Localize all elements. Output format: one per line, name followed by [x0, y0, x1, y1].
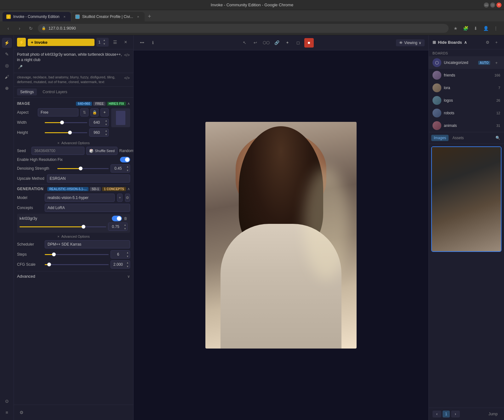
tab-invoke[interactable]: ⚡ Invoke - Community Edition × — [3, 12, 71, 21]
tab-civitai[interactable]: 🌐 Skullkid Creator Profile | Civi... × — [72, 12, 145, 21]
cfg-increment[interactable]: ▲ — [125, 261, 130, 264]
steps-increment[interactable]: ▲ — [125, 251, 130, 254]
extensions-button[interactable]: 🧩 — [461, 24, 470, 33]
queue-close-button[interactable]: × — [121, 38, 130, 47]
concept-strength-slider[interactable] — [20, 226, 106, 227]
queue-decrement[interactable]: ▼ — [102, 42, 107, 46]
positive-prompt-edit[interactable]: </> — [124, 52, 130, 58]
negative-prompt-edit[interactable]: </> — [124, 75, 130, 81]
erase-button[interactable]: ◻ — [294, 38, 303, 48]
reload-button[interactable]: ↻ — [26, 24, 35, 33]
sidebar-item-list[interactable]: ≡ — [2, 407, 12, 417]
free-badge[interactable]: FREE — [93, 102, 106, 106]
board-item-logos[interactable]: logos 26 — [429, 94, 504, 107]
positive-prompt-voice[interactable]: 🎤 — [17, 64, 23, 70]
forward-button[interactable]: › — [15, 24, 24, 33]
tab-settings[interactable]: Settings — [17, 88, 37, 95]
concept-strength-input[interactable] — [108, 223, 123, 230]
model-settings-button[interactable]: ⚙ — [125, 194, 130, 202]
size-badge[interactable]: 640×960 — [76, 102, 92, 106]
tab-assets[interactable]: Assets — [450, 135, 466, 141]
sidebar-item-invoke[interactable]: ⚡ — [2, 38, 12, 48]
shuffle-seed-button[interactable]: 🎲 Shuffle Seed — [86, 147, 117, 155]
board-item-animals[interactable]: animals 31 — [429, 119, 504, 132]
concept-delete-button[interactable]: 🗑 — [124, 216, 128, 221]
board-item-robots[interactable]: robots 12 — [429, 107, 504, 119]
denoising-increment[interactable]: ▲ — [125, 165, 130, 168]
queue-list-button[interactable]: ☰ — [111, 38, 119, 47]
auto-aspect-button[interactable]: ✦ — [100, 108, 109, 116]
width-increment[interactable]: ▲ — [104, 119, 108, 122]
profile-button[interactable]: 👤 — [481, 24, 490, 33]
board-search-button[interactable]: 🔍 — [494, 134, 501, 142]
address-bar[interactable]: 🔒 127.0.0.1:9090 — [38, 24, 449, 33]
swap-dimensions-button[interactable]: ⇅ — [80, 108, 89, 116]
board-prev-button[interactable]: ‹ — [432, 411, 441, 417]
concept-toggle[interactable] — [112, 216, 122, 221]
advanced-chevron[interactable]: ∨ — [127, 274, 130, 279]
nodes-button[interactable]: ⬡⬡ — [261, 38, 271, 48]
settings-gear-button[interactable]: ⚙ — [17, 408, 26, 417]
close-button[interactable]: × — [496, 3, 501, 8]
sidebar-item-circle[interactable]: ◎ — [2, 60, 12, 71]
maximize-button[interactable]: □ — [490, 3, 495, 8]
board-jump-button[interactable]: Jump — [486, 411, 500, 417]
link-button[interactable]: 🔗 — [272, 38, 282, 48]
bookmark-button[interactable]: ★ — [451, 24, 460, 33]
more-options-button[interactable]: ••• — [137, 38, 147, 48]
fill-button[interactable]: ■ — [304, 38, 314, 48]
aspect-select[interactable]: Free — [38, 108, 78, 116]
model-select[interactable]: realistic-vision-5.1-hyper — [45, 194, 115, 202]
hires-badge[interactable]: HIRES FIX — [107, 102, 126, 106]
height-increment[interactable]: ▲ — [104, 129, 108, 133]
sidebar-item-brush[interactable]: 🖌 — [2, 72, 12, 82]
board-item-uncategorized[interactable]: ⬡ Uncategorized AUTO + — [429, 56, 504, 69]
board-item-lora[interactable]: lora 7 — [429, 82, 504, 94]
concept-strength-increment[interactable]: ▲ — [123, 223, 127, 227]
scheduler-select[interactable]: DPM++ SDE Karras Euler a Euler DDIM — [45, 240, 130, 248]
boards-settings-button[interactable]: ⚙ — [484, 38, 491, 46]
minimize-button[interactable]: — — [484, 3, 489, 8]
undo-button[interactable]: ↩ — [251, 38, 260, 48]
board-item-friends[interactable]: friends 166 — [429, 69, 504, 82]
invoke-button[interactable]: + Invoke — [28, 39, 94, 46]
info-button[interactable]: ℹ — [148, 38, 158, 48]
advanced-options-toggle[interactable]: × Advanced Options — [17, 141, 130, 145]
denoising-decrement[interactable]: ▼ — [125, 168, 130, 172]
queue-increment[interactable]: ▲ — [102, 38, 107, 42]
advanced-header[interactable]: Advanced ∨ — [17, 271, 130, 281]
cfg-input[interactable] — [111, 261, 125, 268]
sidebar-item-pin[interactable]: ⊕ — [2, 83, 12, 93]
height-decrement[interactable]: ▼ — [104, 133, 108, 136]
height-slider[interactable] — [45, 132, 87, 133]
sidebar-item-history[interactable]: ⊙ — [2, 396, 12, 406]
model-badge[interactable]: REALISTIC-VISION-5.1-... — [47, 187, 89, 191]
sd-badge[interactable]: SD-1 — [90, 187, 101, 191]
cursor-tool-button[interactable]: ↖ — [240, 38, 249, 48]
cfg-scale-slider[interactable] — [45, 264, 109, 265]
denoising-slider[interactable] — [57, 168, 109, 169]
lock-ratio-button[interactable]: 🔒 — [90, 108, 99, 116]
width-slider[interactable] — [45, 122, 87, 123]
board-add-uncategorized[interactable]: + — [493, 59, 500, 66]
tab-control-layers[interactable]: Control Layers — [39, 88, 70, 95]
sidebar-item-edit[interactable]: ✎ — [2, 49, 12, 59]
cfg-decrement[interactable]: ▼ — [125, 264, 130, 268]
tab-close-invoke[interactable]: × — [62, 14, 67, 19]
download-button[interactable]: ⬇ — [471, 24, 480, 33]
steps-slider[interactable] — [45, 254, 109, 255]
board-image-item-1[interactable] — [431, 146, 501, 252]
new-tab-button[interactable]: + — [145, 12, 154, 21]
board-next-button[interactable]: › — [451, 411, 460, 417]
width-input[interactable] — [89, 119, 104, 126]
boards-add-button[interactable]: + — [493, 38, 500, 46]
denoising-input[interactable] — [111, 165, 125, 172]
seed-input[interactable] — [32, 147, 84, 155]
board-page-number[interactable]: 1 — [443, 411, 450, 417]
generation-section-chevron[interactable]: ∧ — [127, 187, 130, 191]
steps-input[interactable] — [111, 251, 125, 258]
viewing-button[interactable]: 👁 Viewing ∨ — [396, 39, 425, 46]
width-decrement[interactable]: ▼ — [104, 122, 108, 126]
steps-decrement[interactable]: ▼ — [125, 254, 130, 258]
tab-close-civitai[interactable]: × — [136, 14, 141, 19]
